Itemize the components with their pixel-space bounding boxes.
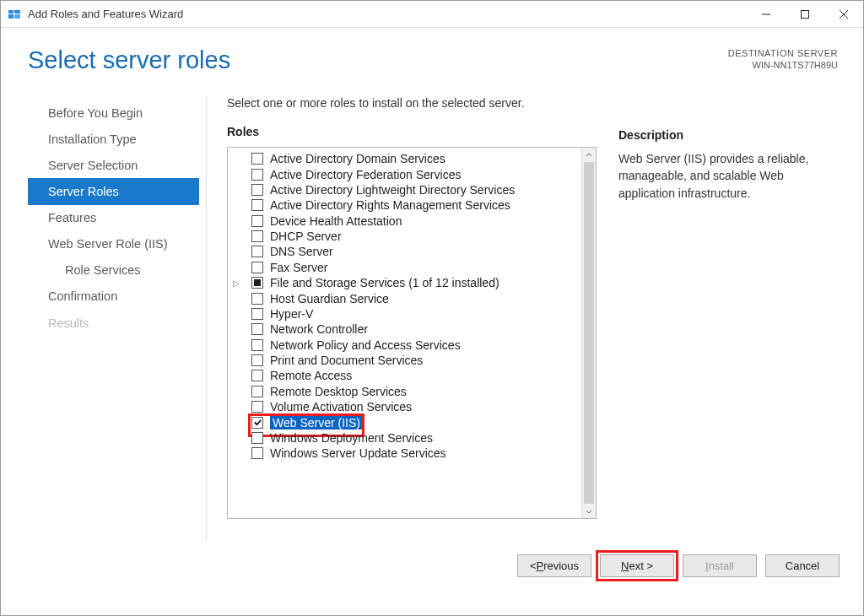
role-label: Windows Deployment Services	[270, 431, 433, 445]
role-checkbox[interactable]	[251, 184, 263, 196]
roles-listbox[interactable]: Active Directory Domain ServicesActive D…	[227, 147, 597, 519]
role-item[interactable]: Web Server (IIS)	[228, 414, 581, 430]
role-checkbox[interactable]	[251, 432, 263, 444]
role-label: Remote Access	[270, 369, 352, 382]
role-label: Remote Desktop Services	[270, 385, 407, 398]
nav-item-web-server-role-iis-[interactable]: Web Server Role (IIS)	[28, 231, 199, 257]
role-label: Web Server (IIS)	[270, 416, 363, 430]
titlebar: Add Roles and Features Wizard	[1, 1, 863, 28]
role-checkbox[interactable]	[251, 401, 263, 413]
role-checkbox[interactable]	[251, 262, 263, 273]
role-item[interactable]: Volume Activation Services	[228, 399, 581, 414]
content-area: Select one or more roles to install on t…	[207, 96, 838, 540]
role-checkbox[interactable]	[251, 199, 263, 211]
role-item[interactable]: Network Controller	[228, 322, 581, 337]
role-item[interactable]: Active Directory Lightweight Directory S…	[228, 182, 581, 197]
nav-item-confirmation[interactable]: Confirmation	[28, 284, 199, 310]
role-checkbox[interactable]	[251, 386, 263, 397]
footer: < Previous Next > Install Cancel	[1, 540, 863, 591]
install-suffix: nstall	[709, 559, 734, 572]
role-label: Windows Server Update Services	[270, 446, 446, 460]
previous-suffix: revious	[543, 559, 579, 572]
page-heading: Select server roles	[28, 46, 728, 74]
expander-icon[interactable]: ▷	[233, 278, 242, 288]
role-item[interactable]: Active Directory Federation Services	[228, 166, 581, 181]
instruction-text: Select one or more roles to install on t…	[227, 96, 597, 110]
role-item[interactable]: Network Policy and Access Services	[228, 338, 581, 353]
role-item[interactable]: Active Directory Rights Management Servi…	[228, 197, 581, 213]
role-item[interactable]: Remote Desktop Services	[228, 384, 581, 399]
svg-rect-5	[802, 10, 809, 18]
header: Select server roles DESTINATION SERVER W…	[1, 28, 863, 78]
role-item[interactable]: Fax Server	[228, 260, 581, 275]
role-checkbox[interactable]	[251, 153, 263, 165]
next-suffix: ext >	[629, 559, 653, 572]
scroll-track[interactable]	[582, 162, 596, 504]
role-label: Host Guardian Service	[270, 292, 389, 305]
role-item[interactable]: DNS Server	[228, 244, 581, 259]
role-item[interactable]: Host Guardian Service	[228, 290, 581, 305]
role-label: Volume Activation Services	[270, 400, 412, 413]
role-checkbox[interactable]	[251, 277, 263, 289]
cancel-label: Cancel	[786, 559, 819, 572]
maximize-button[interactable]	[786, 1, 824, 28]
role-checkbox[interactable]	[251, 215, 263, 227]
role-checkbox[interactable]	[251, 339, 263, 351]
cancel-button[interactable]: Cancel	[765, 554, 840, 577]
destination-block: DESTINATION SERVER WIN-NN1TS77H89U	[728, 46, 838, 74]
role-checkbox[interactable]	[251, 169, 263, 181]
role-label: Active Directory Rights Management Servi…	[270, 198, 510, 212]
role-label: Active Directory Lightweight Directory S…	[270, 183, 515, 197]
role-checkbox[interactable]	[251, 354, 263, 366]
role-item[interactable]: ▷File and Storage Services (1 of 12 inst…	[228, 275, 581, 290]
previous-mnemonic: P	[537, 559, 544, 572]
sidebar: Before You BeginInstallation TypeServer …	[28, 96, 207, 540]
nav-item-installation-type[interactable]: Installation Type	[28, 126, 199, 152]
svg-rect-0	[8, 10, 14, 14]
main: Before You BeginInstallation TypeServer …	[1, 78, 863, 540]
role-label: File and Storage Services (1 of 12 insta…	[270, 276, 500, 289]
role-label: DHCP Server	[270, 230, 342, 243]
scrollbar[interactable]	[581, 148, 596, 518]
svg-rect-3	[14, 14, 20, 19]
role-label: DNS Server	[270, 245, 333, 258]
scroll-thumb[interactable]	[584, 162, 594, 504]
nav-item-role-services[interactable]: Role Services	[28, 257, 199, 284]
role-label: Active Directory Domain Services	[270, 152, 446, 165]
role-item[interactable]: Print and Document Services	[228, 353, 581, 368]
close-button[interactable]	[824, 1, 863, 28]
role-checkbox[interactable]	[251, 293, 263, 305]
role-item[interactable]: Windows Server Update Services	[228, 446, 581, 461]
role-item[interactable]: Device Health Attestation	[228, 213, 581, 229]
role-label: Hyper-V	[270, 307, 313, 321]
role-label: Network Controller	[270, 322, 368, 336]
nav-item-server-roles[interactable]: Server Roles	[28, 178, 199, 204]
role-checkbox[interactable]	[251, 417, 263, 429]
role-checkbox[interactable]	[251, 370, 263, 381]
install-button[interactable]: Install	[683, 554, 757, 577]
roles-section-label: Roles	[227, 125, 597, 138]
window-title: Add Roles and Features Wizard	[28, 8, 183, 20]
role-item[interactable]: Hyper-V	[228, 306, 581, 322]
scroll-up-button[interactable]	[582, 148, 596, 162]
role-checkbox[interactable]	[251, 308, 263, 320]
role-checkbox[interactable]	[251, 230, 263, 242]
role-item[interactable]: DHCP Server	[228, 229, 581, 244]
minimize-button[interactable]	[747, 1, 786, 28]
previous-button[interactable]: < Previous	[517, 554, 591, 577]
scroll-down-button[interactable]	[582, 504, 596, 518]
svg-rect-1	[14, 10, 20, 14]
role-checkbox[interactable]	[251, 447, 263, 459]
nav-item-server-selection[interactable]: Server Selection	[28, 152, 199, 178]
next-button[interactable]: Next >	[600, 554, 674, 577]
role-label: Fax Server	[270, 261, 327, 274]
nav-item-before-you-begin[interactable]: Before You Begin	[28, 100, 199, 126]
role-checkbox[interactable]	[251, 323, 263, 335]
previous-prefix: <	[530, 559, 537, 572]
role-item[interactable]: Active Directory Domain Services	[228, 151, 581, 166]
svg-rect-2	[8, 14, 14, 19]
nav-item-features[interactable]: Features	[28, 205, 199, 231]
role-item[interactable]: Windows Deployment Services	[228, 430, 581, 446]
role-checkbox[interactable]	[251, 246, 263, 257]
role-item[interactable]: Remote Access	[228, 368, 581, 383]
